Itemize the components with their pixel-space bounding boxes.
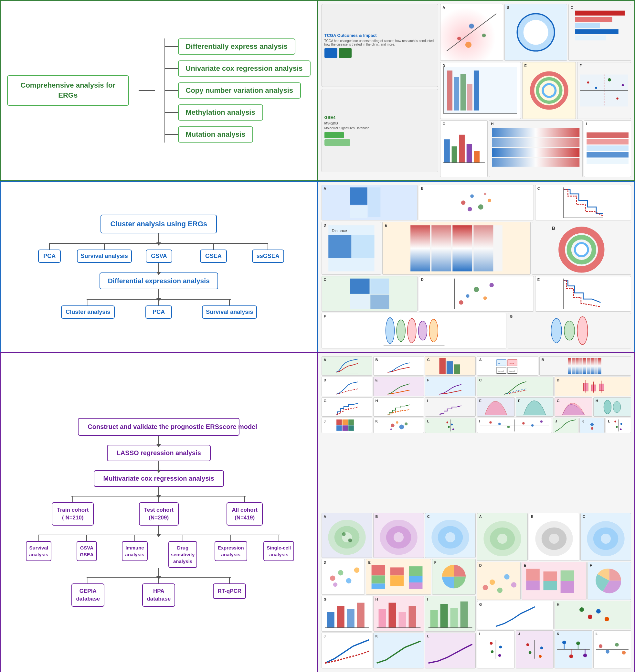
svg-point-90 (551, 318, 561, 343)
svg-point-84 (386, 318, 394, 344)
svg-point-21 (538, 79, 561, 102)
svg-rect-180 (347, 609, 354, 628)
bot-right-q1: A B C (322, 356, 476, 433)
svg-rect-171 (372, 576, 385, 583)
svg-point-112 (453, 429, 454, 431)
svg-rect-176 (409, 576, 423, 583)
drug-sensitivity-box: Drugsensitivityanalysis (168, 541, 197, 568)
svg-text:Distance: Distance (332, 228, 347, 233)
svg-rect-212 (560, 581, 574, 593)
svg-rect-99 (348, 419, 354, 425)
mid-flowchart: Cluster analysis using ERGs PCA Survival… (7, 215, 310, 319)
svg-point-151 (620, 423, 622, 425)
svg-rect-9 (575, 23, 600, 28)
branch-univariate: Univariate cox regression analysis (178, 61, 310, 77)
chart-A-top: A (440, 4, 503, 61)
gsva-gsea-box: GSVAGSEA (76, 541, 97, 561)
svg-point-106 (404, 422, 408, 425)
main-box-comprehensive: Comprehensive analysis for ERGs (7, 75, 129, 106)
bot-right-q2: A MKT Normal Tumor Normal B (477, 356, 631, 433)
immune-analysis-box: Immuneanalysis (122, 541, 147, 561)
svg-point-167 (346, 578, 351, 584)
svg-point-2 (482, 34, 486, 38)
svg-rect-64 (453, 225, 473, 271)
gse-subtitle: Molecular Signatures Database (325, 126, 436, 130)
svg-point-76 (466, 295, 469, 298)
svg-point-22 (543, 84, 555, 97)
svg-rect-191 (460, 602, 467, 628)
top-left-panel: Comprehensive analysis for ERGs Differen… (0, 0, 318, 181)
svg-rect-174 (390, 576, 404, 586)
svg-point-29 (617, 97, 619, 100)
svg-rect-10 (575, 29, 618, 34)
svg-rect-186 (409, 606, 416, 628)
svg-rect-38 (492, 138, 579, 147)
top-right-panel: TCGA Outcomes & Impact TCGA has changed … (318, 0, 635, 181)
chart-H-top: H (489, 120, 583, 177)
svg-point-51 (478, 204, 483, 210)
svg-rect-175 (409, 566, 423, 576)
br4-chart-J: J (516, 630, 553, 668)
br4-chart-C: C (581, 513, 631, 561)
svg-rect-170 (372, 565, 385, 576)
svg-rect-94 (439, 358, 445, 374)
br3-chart-K: K (373, 633, 424, 668)
svg-rect-96 (454, 364, 460, 374)
svg-point-224 (526, 643, 529, 646)
svg-point-230 (562, 641, 566, 645)
br-chart-H1: H (373, 397, 424, 417)
br-chart-I1: I (425, 397, 476, 417)
svg-point-69 (575, 243, 588, 256)
svg-point-221 (490, 650, 494, 653)
box-pca-bot: PCA (146, 305, 172, 319)
br4-chart-I: I (477, 630, 515, 668)
svg-point-140 (489, 421, 491, 424)
svg-point-26 (587, 82, 589, 84)
svg-point-238 (599, 644, 603, 648)
svg-point-92 (577, 317, 588, 345)
svg-point-227 (539, 655, 542, 658)
br2-chart-C: C (477, 376, 553, 396)
svg-rect-18 (467, 84, 473, 110)
svg-rect-190 (450, 608, 458, 628)
svg-rect-129 (598, 358, 601, 374)
svg-point-226 (529, 651, 531, 654)
svg-rect-47 (350, 205, 367, 218)
gse-card: GSE4 MSigDB Molecular Signatures Databas… (322, 89, 439, 172)
svg-rect-181 (357, 603, 364, 628)
tcga-title: TCGA Outcomes & Impact (325, 33, 436, 38)
br4-chart-H: H (554, 601, 631, 630)
br-chart-C1: C (425, 356, 476, 375)
svg-point-148 (591, 427, 593, 430)
svg-rect-123 (575, 358, 579, 374)
svg-point-157 (342, 533, 346, 536)
branch-mutation: Mutation analysis (178, 126, 253, 143)
br4-chart-L: L (593, 630, 631, 668)
svg-rect-33 (459, 135, 465, 162)
svg-rect-102 (348, 425, 354, 431)
br-chart-D1: D (322, 376, 372, 396)
svg-rect-210 (543, 581, 557, 590)
br-chart-E1: E (373, 376, 424, 396)
svg-point-49 (461, 200, 465, 204)
svg-rect-59 (328, 235, 351, 258)
construct-validate-box: Construct and validate the prognostic ER… (78, 418, 239, 436)
svg-point-87 (418, 321, 427, 340)
svg-point-75 (459, 301, 463, 305)
svg-point-234 (576, 642, 580, 646)
mid-chart-B2: B (532, 222, 631, 275)
box-gsea-mid: GSEA (200, 250, 227, 263)
svg-marker-147 (590, 422, 594, 427)
svg-point-3 (465, 42, 472, 48)
bot-flowchart: Construct and validate the prognostic ER… (7, 418, 310, 606)
svg-point-104 (396, 421, 398, 424)
svg-point-152 (616, 426, 618, 428)
br4-chart-E: E (522, 562, 587, 600)
br-chart-K1: K (373, 418, 424, 433)
chart-I-top: I (584, 120, 631, 177)
bot-left-panel: Construct and validate the prognostic ER… (0, 352, 318, 672)
svg-point-110 (451, 424, 453, 426)
svg-rect-132 (591, 385, 596, 391)
mid-chart-E2: E (535, 276, 631, 311)
svg-text:B: B (552, 225, 555, 231)
